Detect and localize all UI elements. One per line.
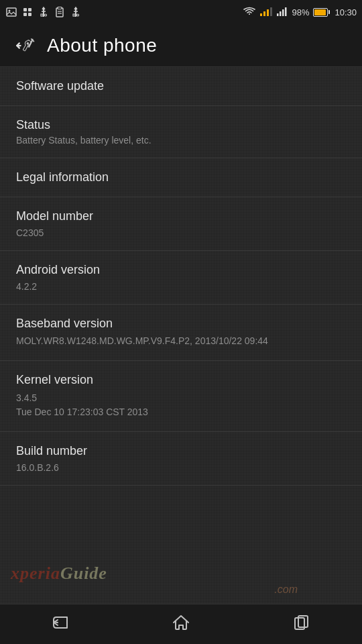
svg-rect-21 bbox=[270, 7, 272, 16]
model-number-title: Model number bbox=[16, 209, 346, 223]
software-update-title: Software update bbox=[16, 79, 346, 93]
settings-list: Software update Status Battery Status, b… bbox=[0, 67, 362, 604]
model-number-item[interactable]: Model number C2305 bbox=[0, 197, 362, 251]
header: About phone bbox=[0, 24, 362, 67]
svg-rect-5 bbox=[28, 13, 32, 16]
clock: 10:30 bbox=[335, 7, 357, 17]
usb-icon bbox=[38, 6, 50, 18]
battery-percent: 98% bbox=[292, 7, 309, 17]
svg-rect-2 bbox=[23, 8, 27, 11]
task-icon bbox=[54, 6, 66, 18]
svg-rect-3 bbox=[28, 8, 32, 11]
watermark: xperiaGuide .com bbox=[0, 559, 362, 598]
model-number-value: C2305 bbox=[16, 227, 346, 238]
svg-rect-19 bbox=[263, 11, 265, 16]
status-icons-right: 98% 10:30 bbox=[243, 7, 357, 18]
android-version-item[interactable]: Android version 4.2.2 bbox=[0, 251, 362, 305]
status-subtitle: Battery Status, battery level, etc. bbox=[16, 135, 346, 146]
recents-icon bbox=[293, 614, 310, 635]
kernel-version-item[interactable]: Kernel version 3.4.5 Tue Dec 10 17:23:03… bbox=[0, 361, 362, 432]
watermark-tld: .com bbox=[11, 584, 351, 596]
svg-point-17 bbox=[77, 14, 79, 16]
legal-information-item[interactable]: Legal information bbox=[0, 158, 362, 197]
svg-rect-20 bbox=[267, 9, 269, 16]
wifi-icon bbox=[243, 7, 255, 18]
usb2-icon bbox=[70, 6, 82, 18]
build-number-title: Build number bbox=[16, 444, 346, 458]
svg-rect-11 bbox=[58, 7, 62, 9]
status-item[interactable]: Status Battery Status, battery level, et… bbox=[0, 106, 362, 158]
svg-point-1 bbox=[9, 10, 11, 12]
image-icon bbox=[5, 6, 17, 18]
signal-indicator bbox=[259, 7, 273, 18]
svg-rect-22 bbox=[277, 13, 279, 16]
baseband-version-value: MOLY.WR8.W1248.MD.WG.MP.V9.F4.P2, 2013/1… bbox=[16, 335, 346, 348]
bottom-navigation bbox=[0, 604, 362, 644]
software-update-item[interactable]: Software update bbox=[0, 67, 362, 106]
legal-information-title: Legal information bbox=[16, 170, 346, 184]
status-icons-left bbox=[5, 6, 82, 18]
svg-point-9 bbox=[45, 14, 47, 16]
build-number-value: 16.0.B.2.6 bbox=[16, 462, 346, 473]
kernel-version-title: Kernel version bbox=[16, 373, 346, 387]
watermark-brand: xperiaGuide bbox=[11, 562, 107, 583]
svg-rect-8 bbox=[41, 14, 43, 16]
baseband-version-title: Baseband version bbox=[16, 317, 346, 331]
back-button[interactable] bbox=[34, 608, 87, 641]
back-nav-icon bbox=[51, 614, 70, 635]
battery-icon bbox=[313, 8, 328, 17]
baseband-version-item[interactable]: Baseband version MOLY.WR8.W1248.MD.WG.MP… bbox=[0, 305, 362, 361]
mobile-signal-icon bbox=[277, 7, 288, 18]
svg-rect-18 bbox=[260, 13, 262, 16]
kernel-version-value: 3.4.5 Tue Dec 10 17:23:03 CST 2013 bbox=[16, 391, 346, 419]
status-bar: 98% 10:30 bbox=[0, 0, 362, 24]
bb-icon bbox=[21, 6, 34, 18]
recents-button[interactable] bbox=[275, 608, 328, 641]
android-version-title: Android version bbox=[16, 263, 346, 277]
page-title: About phone bbox=[47, 35, 157, 56]
android-version-value: 4.2.2 bbox=[16, 281, 346, 292]
home-icon bbox=[172, 614, 190, 635]
svg-rect-4 bbox=[23, 13, 27, 16]
svg-rect-0 bbox=[7, 8, 16, 16]
svg-point-26 bbox=[27, 42, 29, 45]
home-button[interactable] bbox=[154, 608, 208, 641]
build-number-item[interactable]: Build number 16.0.B.2.6 bbox=[0, 432, 362, 486]
svg-rect-24 bbox=[282, 9, 284, 16]
back-wrench-icon[interactable] bbox=[11, 32, 38, 59]
svg-rect-23 bbox=[280, 11, 282, 16]
status-title: Status bbox=[16, 118, 346, 132]
svg-rect-25 bbox=[285, 7, 287, 16]
svg-rect-16 bbox=[73, 14, 75, 16]
